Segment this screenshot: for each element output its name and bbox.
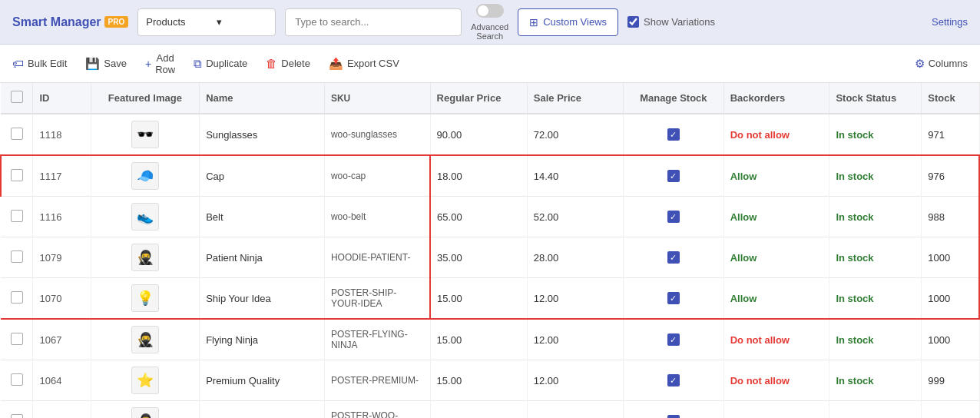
row-sku[interactable]: woo-cap [324, 155, 430, 197]
row-checkbox-cell[interactable] [1, 237, 33, 278]
save-button[interactable]: 💾 Save [85, 57, 127, 71]
row-checkbox-cell[interactable] [1, 401, 33, 419]
row-checkbox-cell[interactable] [1, 278, 33, 320]
row-manage-stock[interactable]: ✓ [623, 319, 723, 360]
row-name[interactable]: Sunglasses [200, 114, 325, 155]
toggle-switch[interactable] [476, 4, 504, 18]
row-sale-price[interactable]: 52.00 [527, 197, 623, 237]
row-sku[interactable]: woo-sunglasses [324, 114, 430, 155]
row-backorders[interactable]: Allow [723, 237, 829, 278]
row-backorders[interactable]: Do not allow [723, 114, 829, 155]
row-name[interactable]: Belt [200, 197, 325, 237]
row-manage-stock[interactable]: ✓ [623, 278, 723, 320]
row-manage-stock[interactable]: ✓ [623, 197, 723, 237]
row-sku[interactable]: POSTER-SHIP-YOUR-IDEA [324, 278, 430, 320]
row-regular-price[interactable]: 35.00 [430, 237, 527, 278]
row-checkbox[interactable] [11, 128, 23, 140]
row-stock-status[interactable]: In stock [829, 237, 922, 278]
row-sale-price[interactable]: 14.40 [527, 155, 623, 197]
row-checkbox[interactable] [11, 414, 23, 419]
manage-stock-checkbox[interactable]: ✓ [667, 211, 680, 223]
row-backorders[interactable]: Do not allow [723, 360, 829, 401]
row-stock-status[interactable]: In stock [829, 278, 922, 320]
row-regular-price[interactable]: 65.00 [430, 197, 527, 237]
product-type-dropdown[interactable]: Products ▾ [137, 8, 276, 36]
header-checkbox-col[interactable] [1, 83, 33, 114]
row-stock-status[interactable]: In stock [829, 155, 922, 197]
row-regular-price[interactable]: 90.00 [430, 114, 527, 155]
columns-button[interactable]: ⚙ Columns [915, 57, 968, 71]
row-checkbox[interactable] [11, 169, 23, 181]
row-sale-price[interactable]: 12.00 [527, 278, 623, 320]
manage-stock-checkbox[interactable]: ✓ [667, 292, 680, 304]
show-variations-toggle[interactable]: Show Variations [627, 16, 715, 28]
row-backorders[interactable]: Allow [723, 278, 829, 320]
row-manage-stock[interactable]: ✓ [623, 237, 723, 278]
row-stock[interactable]: 988 [922, 197, 979, 237]
duplicate-button[interactable]: ⧉ Duplicate [194, 57, 247, 71]
delete-button[interactable]: 🗑 Delete [266, 57, 310, 70]
row-checkbox[interactable] [11, 373, 23, 386]
manage-stock-checkbox[interactable]: ✓ [667, 333, 680, 346]
row-sku[interactable]: HOODIE-PATIENT- [324, 237, 430, 278]
add-row-button[interactable]: + AddRow [145, 52, 175, 75]
row-backorders[interactable]: Allow [723, 197, 829, 237]
row-stock[interactable]: 997 [922, 401, 979, 419]
row-manage-stock[interactable]: ✓ [623, 155, 723, 197]
row-backorders[interactable]: Allow [723, 155, 829, 197]
manage-stock-checkbox[interactable]: ✓ [667, 415, 680, 418]
row-sku[interactable]: POSTER-WOO-NINJA [324, 401, 430, 419]
manage-stock-checkbox[interactable]: ✓ [667, 128, 680, 141]
row-backorders[interactable]: Do not allow [723, 319, 829, 360]
row-regular-price[interactable]: 15.00 [430, 401, 527, 419]
row-sale-price[interactable]: 12.00 [527, 319, 623, 360]
export-csv-button[interactable]: 📤 Export CSV [329, 57, 399, 71]
row-stock-status[interactable]: In stock [829, 197, 922, 237]
row-regular-price[interactable]: 15.00 [430, 278, 527, 320]
row-stock[interactable]: 1000 [922, 319, 979, 360]
advanced-search-toggle[interactable]: Advanced Search [471, 4, 508, 41]
row-checkbox[interactable] [11, 333, 23, 345]
row-name[interactable]: Ship Your Idea [200, 278, 325, 320]
row-backorders[interactable]: Allow [723, 401, 829, 419]
search-box[interactable] [285, 8, 462, 36]
row-manage-stock[interactable]: ✓ [623, 360, 723, 401]
row-regular-price[interactable]: 15.00 [430, 319, 527, 360]
row-checkbox-cell[interactable] [1, 319, 33, 360]
settings-link[interactable]: Settings [932, 16, 968, 28]
manage-stock-checkbox[interactable]: ✓ [667, 170, 680, 182]
row-stock-status[interactable]: In stock [829, 401, 922, 419]
row-sale-price[interactable]: 12.00 [527, 401, 623, 419]
custom-views-button[interactable]: ⊞ Custom Views [518, 8, 618, 36]
select-all-checkbox[interactable] [11, 91, 23, 103]
row-stock-status[interactable]: In stock [829, 114, 922, 155]
row-stock[interactable]: 1000 [922, 237, 979, 278]
row-checkbox[interactable] [11, 291, 23, 304]
search-input[interactable] [295, 16, 452, 28]
row-name[interactable]: Cap [200, 155, 325, 197]
row-checkbox-cell[interactable] [1, 155, 33, 197]
row-name[interactable]: Woo Ninja [200, 401, 325, 419]
row-sale-price[interactable]: 72.00 [527, 114, 623, 155]
row-checkbox-cell[interactable] [1, 114, 33, 155]
row-name[interactable]: Patient Ninja [200, 237, 325, 278]
row-stock-status[interactable]: In stock [829, 319, 922, 360]
row-regular-price[interactable]: 15.00 [430, 360, 527, 401]
row-sku[interactable]: POSTER-FLYING-NINJA [324, 319, 430, 360]
row-name[interactable]: Premium Quality [200, 360, 325, 401]
manage-stock-checkbox[interactable]: ✓ [667, 251, 680, 264]
row-sku[interactable]: POSTER-PREMIUM- [324, 360, 430, 401]
row-stock[interactable]: 976 [922, 155, 979, 197]
row-sku[interactable]: woo-belt [324, 197, 430, 237]
row-manage-stock[interactable]: ✓ [623, 114, 723, 155]
manage-stock-checkbox[interactable]: ✓ [667, 374, 680, 386]
row-sale-price[interactable]: 28.00 [527, 237, 623, 278]
row-sale-price[interactable]: 12.00 [527, 360, 623, 401]
row-checkbox-cell[interactable] [1, 360, 33, 401]
row-regular-price[interactable]: 18.00 [430, 155, 527, 197]
bulk-edit-button[interactable]: 🏷 Bulk Edit [12, 57, 67, 70]
row-stock-status[interactable]: In stock [829, 360, 922, 401]
row-stock[interactable]: 999 [922, 360, 979, 401]
row-checkbox[interactable] [11, 250, 23, 263]
row-stock[interactable]: 1000 [922, 278, 979, 320]
